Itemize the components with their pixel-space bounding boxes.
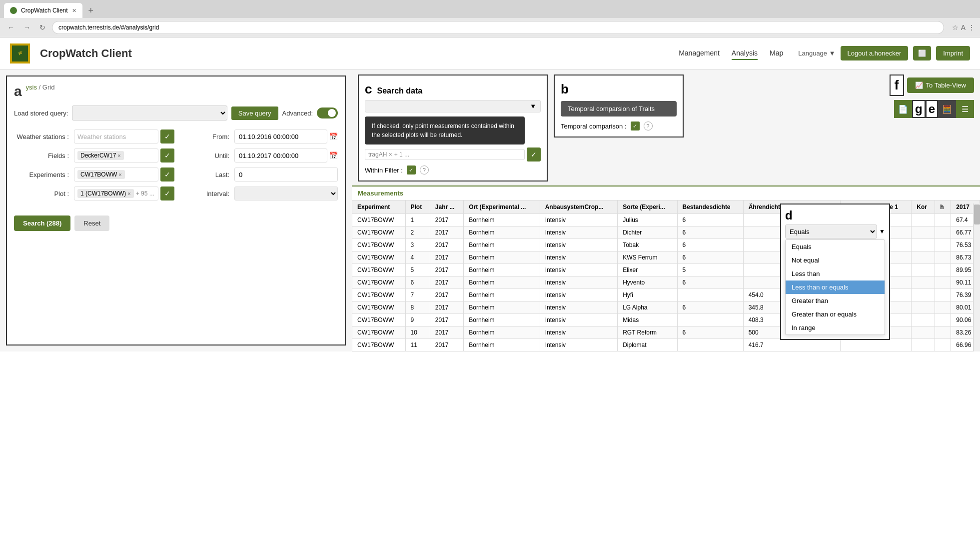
plot-field: 1 (CW17BOWW) × + 95 ... ✓ [74,186,174,200]
filter-option-in-range[interactable]: In range [786,321,885,334]
search-data-confirm[interactable]: ✓ [527,148,541,162]
menu-icon[interactable]: ⋮ [968,24,975,32]
panel-c-label: c [365,82,372,97]
until-calendar-icon[interactable]: 📅 [329,152,338,160]
fields-confirm[interactable]: ✓ [160,148,174,162]
col-experiment: Experiment [352,200,406,214]
temporal-tooltip: Temporal comparsion of Traits [561,101,677,116]
tab-title: CropWatch Client [21,7,68,14]
fields-input[interactable]: DeckerCW17 × [74,148,158,162]
from-row: From: 📅 [174,130,338,144]
within-filter-row: Within Filter : ✓ ? [365,166,541,174]
interval-select[interactable] [234,186,338,200]
filter-option-less-than[interactable]: Less than [786,267,885,280]
col-bestandes: Bestandesdichte [677,200,743,214]
nav-map[interactable]: Map [770,47,783,60]
panel-e-box: e [926,100,938,118]
experiments-confirm[interactable]: ✓ [160,168,174,182]
reset-button[interactable]: Reset [74,216,109,231]
advanced-label: Advanced: [282,110,313,117]
filter-dropdown-arrow[interactable]: ▼ [879,228,885,235]
within-filter-checkbox[interactable]: ✓ [407,166,416,174]
active-tab[interactable]: CropWatch Client ✕ [4,3,82,18]
weather-stations-placeholder: Weather stations [77,133,126,140]
panel-b-label: b [561,82,677,97]
breadcrumb-analysis[interactable]: ysis [26,84,37,91]
list-icon-button[interactable]: ☰ [956,100,974,118]
logout-button[interactable]: Logout a.honecker [841,46,909,60]
back-button[interactable]: ← [5,22,17,32]
language-button[interactable]: Language ▼ [798,50,835,57]
measurements-label: Measurements [352,186,980,200]
panel-g-box: g [912,100,926,118]
temporal-checkbox[interactable]: ✓ [631,122,640,130]
scrollbar-thumb[interactable] [974,204,980,224]
search-data-dropdown-arrow[interactable]: ▼ [530,102,536,110]
plot-tag-remove[interactable]: × [127,190,130,196]
panel-f-label: f [895,78,899,92]
filter-option-less-equal[interactable]: Less than or equals [786,280,885,294]
interval-row: Interval: [174,186,338,200]
weather-stations-field: Weather stations ✓ [74,130,174,144]
imprint-button[interactable]: Imprint [936,46,970,60]
right-content: c Search data ▼ If checked, only point m… [352,70,980,352]
tab-close-icon[interactable]: ✕ [72,8,76,14]
last-input[interactable] [234,168,338,182]
search-data-title: Search data [377,86,422,96]
scrollbar[interactable] [973,204,980,352]
col-ort: Ort (Experimental ... [464,200,540,214]
reload-button[interactable]: ↻ [37,22,48,32]
app-title: CropWatch Client [40,47,132,60]
nav-management[interactable]: Management [679,47,720,60]
fields-tag-remove[interactable]: × [117,152,120,158]
filter-option-greater-than[interactable]: Greater than [786,294,885,308]
from-calendar-icon[interactable]: 📅 [329,132,338,140]
tooltip-box: If checked, only point measurements cont… [365,116,525,144]
temporal-row: Temporal comparison : ✓ ? [561,122,677,130]
search-data-panel: c Search data ▼ If checked, only point m… [358,74,548,182]
until-field: 📅 [234,148,338,162]
within-filter-label: Within Filter : [365,166,403,174]
temporal-help[interactable]: ? [644,122,653,130]
plot-confirm[interactable]: ✓ [160,186,174,200]
filter-option-equals[interactable]: Equals [786,240,885,254]
filter-select[interactable]: Equals [785,224,877,238]
save-query-button[interactable]: Save query [231,106,278,120]
search-button[interactable]: Search (288) [14,216,70,231]
screen-icon-button[interactable]: ⬜ [913,46,931,60]
experiments-field: CW17BOWW × ✓ [74,168,174,182]
address-bar: ← → ↻ cropwatch.terrestris.de/#/analysis… [0,18,980,37]
to-table-button[interactable]: 📈 To Table-View [907,78,974,93]
bookmark-icon[interactable]: ☆ [952,24,959,32]
tooltip-text: If checked, only point measurements cont… [372,122,514,138]
new-tab-button[interactable]: + [84,4,98,17]
nav-analysis[interactable]: Analysis [732,47,758,60]
search-panel: a ysis / Grid Load stored query: Save qu… [6,76,346,346]
until-label: Until: [174,152,234,160]
panel-d-label: d [785,208,793,222]
weather-stations-label: Weather stations : [14,133,74,140]
from-label: From: [174,133,234,140]
weather-stations-confirm[interactable]: ✓ [160,130,174,144]
load-query-select[interactable] [72,106,227,120]
forward-button[interactable]: → [21,22,33,32]
calculator-icon-button[interactable]: 🧮 [938,100,956,118]
from-input[interactable] [234,130,327,144]
until-input[interactable] [234,148,327,162]
weather-stations-input[interactable]: Weather stations [74,130,158,144]
experiments-input[interactable]: CW17BOWW × [74,168,158,182]
form-left: Weather stations : Weather stations ✓ Fi… [14,128,174,208]
file-icon-button[interactable]: 📄 [894,100,912,118]
within-filter-help[interactable]: ? [420,166,429,174]
experiments-tag-remove[interactable]: × [118,172,121,178]
plot-input[interactable]: 1 (CW17BOWW) × + 95 ... [74,186,158,200]
advanced-toggle[interactable] [317,108,338,118]
filter-option-greater-equal[interactable]: Greater than or equals [786,308,885,321]
filter-option-not-equal[interactable]: Not equal [786,254,885,267]
col-anbau: AnbausystemCrop... [540,200,617,214]
query-row: Load stored query: Save query Advanced: [14,106,338,120]
panel-g-label: g [915,102,923,116]
logo-area: 🌾 CropWatch Client [10,44,132,64]
url-bar[interactable]: cropwatch.terrestris.de/#/analysis/grid [52,21,944,34]
profile-icon[interactable]: A [961,24,966,32]
